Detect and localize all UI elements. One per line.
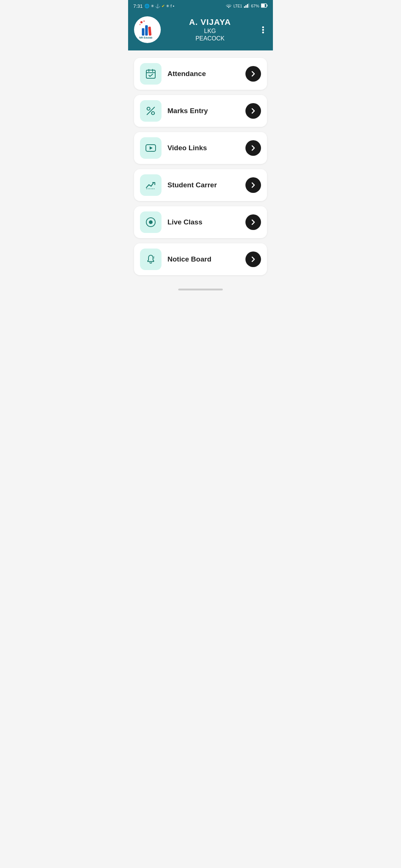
video-links-icon-wrap — [140, 137, 162, 159]
globe-icon: 🌐 — [144, 4, 150, 9]
status-icons: 🌐 ✳ ⚓ ✔ ✳ f • — [144, 4, 174, 9]
svg-text:NR Edulab: NR Edulab — [139, 36, 152, 39]
video-links-arrow[interactable] — [245, 140, 261, 156]
marks-entry-arrow[interactable] — [245, 103, 261, 119]
live-class-card[interactable]: Live Class — [134, 206, 267, 238]
user-class: LKG — [161, 28, 259, 34]
svg-point-8 — [140, 21, 143, 23]
live-class-arrow[interactable] — [245, 214, 261, 230]
check-icon: ✔ — [162, 4, 165, 9]
notice-board-arrow[interactable] — [245, 251, 261, 267]
attendance-card[interactable]: Attendance — [134, 58, 267, 90]
svg-point-9 — [143, 20, 145, 22]
notice-board-card[interactable]: ! Notice Board — [134, 243, 267, 275]
svg-rect-2 — [247, 4, 248, 8]
anchor-icon: ⚓ — [155, 4, 160, 9]
user-section: PEACOCK — [161, 35, 259, 42]
bottom-nav-area — [128, 283, 273, 293]
arrow-right-icon — [250, 144, 257, 152]
user-name: A. VIJAYA — [161, 17, 259, 27]
status-left: 7:31 🌐 ✳ ⚓ ✔ ✳ f • — [133, 3, 174, 9]
asterisk2-icon: ✳ — [166, 4, 169, 9]
status-bar: 7:31 🌐 ✳ ⚓ ✔ ✳ f • LTE1 — [128, 0, 273, 12]
svg-rect-15 — [146, 70, 155, 78]
svg-point-19 — [147, 107, 150, 110]
lte-indicator: LTE1 — [234, 4, 242, 8]
svg-text:!: ! — [153, 256, 154, 259]
notice-board-icon-wrap: ! — [140, 249, 162, 270]
student-carrer-icon-wrap — [140, 174, 162, 196]
percent-icon — [145, 105, 156, 116]
battery-icon — [261, 3, 268, 9]
status-right: LTE1 67% — [226, 3, 268, 9]
svg-rect-5 — [261, 4, 265, 7]
header-info: A. VIJAYA LKG PEACOCK — [161, 17, 259, 42]
arrow-right-icon — [250, 107, 257, 115]
header: NR Edulab A. VIJAYA LKG PEACOCK — [128, 12, 273, 50]
battery-percent: 67% — [251, 4, 259, 8]
arrow-right-icon — [250, 218, 257, 226]
dot-indicator: • — [173, 4, 174, 8]
arrow-right-icon — [250, 70, 257, 78]
logo-svg: NR Edulab — [136, 18, 159, 40]
svg-rect-6 — [267, 5, 268, 7]
svg-point-20 — [151, 112, 154, 115]
svg-rect-12 — [145, 25, 148, 36]
svg-rect-1 — [245, 5, 247, 8]
play-icon — [145, 142, 156, 154]
bottom-bar — [178, 289, 223, 290]
svg-line-21 — [147, 107, 154, 115]
facebook-icon: f — [170, 4, 172, 8]
marks-entry-label: Marks Entry — [167, 107, 239, 115]
svg-rect-3 — [248, 3, 249, 8]
attendance-icon-wrap — [140, 63, 162, 85]
arrow-right-icon — [250, 256, 257, 263]
wifi-icon — [226, 3, 232, 9]
more-options-button[interactable] — [259, 23, 267, 37]
record-icon — [145, 217, 156, 228]
student-carrer-arrow[interactable] — [245, 177, 261, 193]
svg-rect-0 — [244, 6, 245, 8]
svg-rect-11 — [142, 28, 144, 36]
attendance-arrow[interactable] — [245, 66, 261, 82]
asterisk-icon: ✳ — [151, 4, 154, 9]
live-class-icon-wrap — [140, 211, 162, 233]
logo: NR Edulab — [134, 16, 161, 43]
marks-entry-card[interactable]: Marks Entry — [134, 95, 267, 127]
logo-content: NR Edulab — [136, 18, 159, 42]
notice-board-label: Notice Board — [167, 255, 239, 263]
calendar-check-icon — [145, 68, 156, 79]
svg-point-25 — [149, 220, 153, 224]
chart-icon — [145, 180, 156, 191]
main-content: Attendance Marks Entry — [128, 50, 273, 283]
bell-icon: ! — [145, 254, 156, 265]
student-carrer-label: Student Carrer — [167, 181, 239, 189]
video-links-card[interactable]: Video Links — [134, 132, 267, 164]
student-carrer-card[interactable]: Student Carrer — [134, 169, 267, 201]
signal-bars-icon — [244, 3, 249, 9]
arrow-right-icon — [250, 181, 257, 189]
live-class-label: Live Class — [167, 218, 239, 226]
attendance-label: Attendance — [167, 70, 239, 78]
video-links-label: Video Links — [167, 144, 239, 152]
marks-entry-icon-wrap — [140, 100, 162, 122]
svg-point-10 — [139, 24, 141, 25]
time-display: 7:31 — [133, 3, 143, 9]
